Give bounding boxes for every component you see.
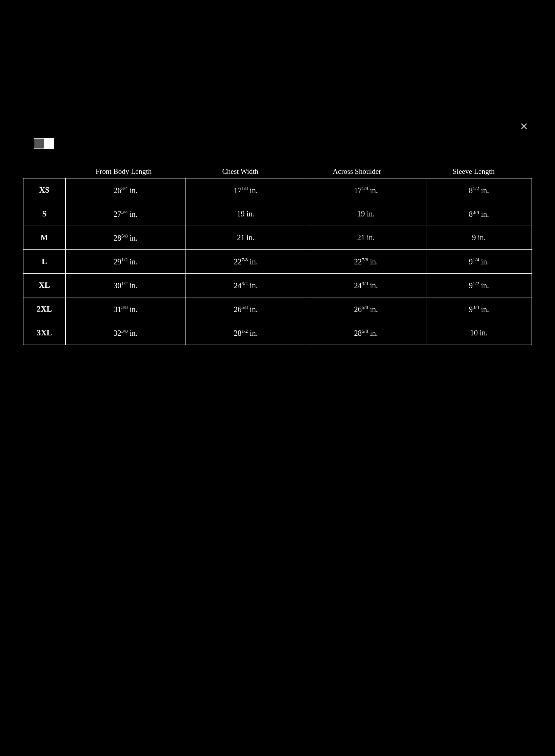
chest_width-cell: 243/4 in. — [186, 274, 306, 297]
size-cell: S — [23, 202, 66, 226]
table-row: 2XL313/8 in.265/8 in.265/8 in.93/4 in. — [23, 297, 532, 321]
table-row: L291/2 in.227/8 in.227/8 in.91/4 in. — [23, 250, 532, 274]
chest_width-cell: 281/2 in. — [186, 321, 306, 345]
unit-toggle[interactable] — [34, 138, 54, 149]
chest_width-cell: 265/8 in. — [186, 297, 306, 321]
measurements-toggle-row — [23, 138, 532, 149]
size-cell: M — [23, 226, 66, 250]
chest_width-cell: 227/8 in. — [186, 250, 306, 274]
sleeve_length-cell: 93/4 in. — [426, 297, 532, 321]
front_body_length-cell: 273/4 in. — [66, 202, 186, 226]
front_body_length-cell: 313/8 in. — [66, 297, 186, 321]
col-header-sleeve-length: Sleeve Length — [415, 167, 532, 176]
sleeve_length-cell: 10 in. — [426, 321, 532, 345]
sleeve_length-cell: 9 in. — [426, 226, 532, 250]
front_body_length-cell: 291/2 in. — [66, 250, 186, 274]
table-row: XS263/4 in.171/8 in.171/8 in.81/2 in. — [23, 178, 532, 202]
table-row: XL301/2 in.243/4 in.243/4 in.91/2 in. — [23, 274, 532, 297]
across_shoulder-cell: 243/4 in. — [306, 274, 426, 297]
across_shoulder-cell: 227/8 in. — [306, 250, 426, 274]
sleeve_length-cell: 81/2 in. — [426, 178, 532, 202]
chest_width-cell: 21 in. — [186, 226, 306, 250]
table-headers: Front Body Length Chest Width Across Sho… — [23, 167, 532, 176]
col-header-front-body-length: Front Body Length — [65, 167, 182, 176]
size-table: XS263/4 in.171/8 in.171/8 in.81/2 in.S27… — [23, 178, 532, 345]
modal-content: Front Body Length Chest Width Across Sho… — [23, 138, 532, 345]
size-cell: 3XL — [23, 321, 66, 345]
col-header-chest-width: Chest Width — [182, 167, 299, 176]
size-cell: 2XL — [23, 297, 66, 321]
across_shoulder-cell: 285/8 in. — [306, 321, 426, 345]
chest_width-cell: 171/8 in. — [186, 178, 306, 202]
front_body_length-cell: 285/8 in. — [66, 226, 186, 250]
table-row: S273/4 in.19 in.19 in.83/4 in. — [23, 202, 532, 226]
sleeve_length-cell: 83/4 in. — [426, 202, 532, 226]
across_shoulder-cell: 19 in. — [306, 202, 426, 226]
close-button[interactable]: × — [520, 119, 528, 134]
front_body_length-cell: 323/8 in. — [66, 321, 186, 345]
sleeve_length-cell: 91/2 in. — [426, 274, 532, 297]
chest_width-cell: 19 in. — [186, 202, 306, 226]
across_shoulder-cell: 21 in. — [306, 226, 426, 250]
toggle-knob — [34, 139, 44, 149]
size-cell: XS — [23, 178, 66, 202]
front_body_length-cell: 263/4 in. — [66, 178, 186, 202]
across_shoulder-cell: 171/8 in. — [306, 178, 426, 202]
sleeve_length-cell: 91/4 in. — [426, 250, 532, 274]
front_body_length-cell: 301/2 in. — [66, 274, 186, 297]
size-cell: L — [23, 250, 66, 274]
table-row: M285/8 in.21 in.21 in.9 in. — [23, 226, 532, 250]
col-header-across-shoulder: Across Shoulder — [299, 167, 416, 176]
size-cell: XL — [23, 274, 66, 297]
across_shoulder-cell: 265/8 in. — [306, 297, 426, 321]
table-row: 3XL323/8 in.281/2 in.285/8 in.10 in. — [23, 321, 532, 345]
